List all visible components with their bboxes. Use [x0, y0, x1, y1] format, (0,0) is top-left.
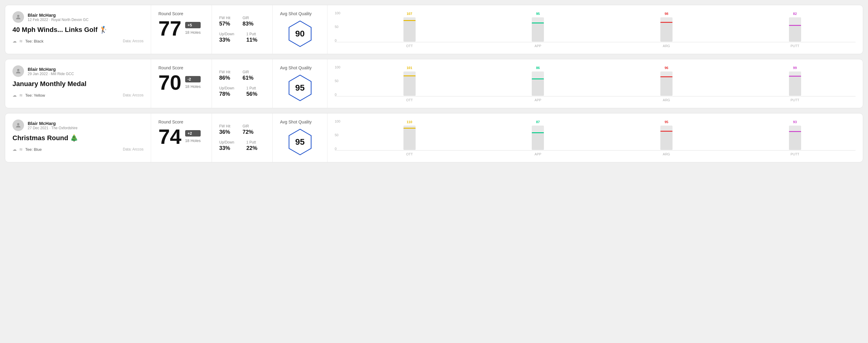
stats-row-top: FW Hit 86% GIR 61% — [219, 70, 265, 81]
oneputt-label: 1 Putt — [246, 140, 257, 145]
bar-group-ott: 107OTT — [349, 12, 470, 48]
updown-label: Up/Down — [219, 140, 234, 145]
bar-container — [660, 17, 673, 42]
bar-fill — [403, 128, 415, 150]
bar-fill — [789, 25, 801, 42]
user-name: Blair McHarg — [28, 121, 78, 126]
score-badge-wrap: -2 18 Holes — [185, 76, 201, 89]
updown-stat: Up/Down 33% — [219, 140, 234, 151]
round-card-1[interactable]: Blair McHarg 12 Feb 2022 · Royal North D… — [5, 5, 863, 54]
gir-label: GIR — [243, 16, 253, 20]
bar-x-label: APP — [534, 152, 541, 156]
chart-panel: 100500101OTT86APP96ARG99PUTT — [328, 59, 863, 108]
stats-row-top: FW Hit 36% GIR 72% — [219, 124, 265, 135]
round-card-3[interactable]: Blair McHarg 27 Dec 2021 · The Oxfordshi… — [5, 113, 863, 162]
score-panel: Round Score 74 +2 18 Holes — [151, 114, 212, 162]
gir-label: GIR — [243, 70, 253, 74]
updown-value: 33% — [219, 37, 234, 43]
y-axis-label: 50 — [335, 79, 340, 83]
oneputt-value: 11% — [246, 37, 257, 43]
y-axis-label: 100 — [335, 65, 340, 69]
bar-fill — [789, 76, 801, 96]
weather-icon: ☁ — [12, 147, 17, 152]
card-footer: ☁ ≋ Tee: Blue Data: Arccos — [12, 147, 144, 152]
bar-fill — [403, 75, 415, 96]
score-number: 70 — [158, 72, 182, 93]
bar-group-putt: 99PUTT — [734, 66, 856, 102]
updown-stat: Up/Down 78% — [219, 86, 234, 97]
bar-x-label: ARG — [663, 44, 670, 48]
score-holes: 18 Holes — [185, 30, 201, 35]
gir-value: 72% — [243, 129, 253, 135]
bar-top-label: 93 — [793, 120, 797, 124]
quality-label: Avg Shot Quality — [280, 120, 312, 124]
bar-top-label: 96 — [664, 66, 668, 70]
y-axis-label: 50 — [335, 133, 340, 137]
y-axis-label: 100 — [335, 11, 340, 15]
bar-top-label: 107 — [407, 12, 412, 15]
quality-panel: Avg Shot Quality 95 — [273, 114, 328, 162]
oneputt-stat: 1 Putt 22% — [246, 140, 257, 151]
bar-fill — [532, 23, 544, 42]
user-icon — [15, 68, 22, 74]
oneputt-value: 56% — [246, 91, 257, 97]
bar-group-arg: 95ARG — [606, 120, 727, 156]
bar-top-label: 87 — [536, 120, 540, 124]
stats-panel: FW Hit 86% GIR 61% Up/Down 78% 1 Putt 56… — [212, 59, 273, 108]
wind-icon: ≋ — [19, 93, 23, 98]
y-axis-label: 100 — [335, 120, 340, 123]
bar-fill — [403, 20, 415, 42]
bar-container — [789, 17, 801, 42]
bar-fill — [660, 22, 673, 42]
round-title: 40 Mph Winds... Links Golf 🏌️ — [12, 26, 144, 34]
stats-panel: FW Hit 36% GIR 72% Up/Down 33% 1 Putt 22… — [212, 114, 273, 162]
bar-x-label: APP — [534, 98, 541, 102]
bar-group-arg: 96ARG — [606, 66, 727, 102]
bar-x-label: PUTT — [790, 98, 799, 102]
user-meta: 29 Jan 2022 · Mill Ride GCC — [28, 72, 74, 76]
score-label: Round Score — [158, 65, 204, 70]
bar-container — [532, 126, 544, 150]
card-footer: ☁ ≋ Tee: Black Data: Arccos — [12, 39, 144, 43]
round-card-2[interactable]: Blair McHarg 29 Jan 2022 · Mill Ride GCC… — [5, 59, 863, 108]
bar-fill — [532, 132, 544, 150]
updown-stat: Up/Down 33% — [219, 32, 234, 43]
bar-top-label: 101 — [407, 66, 412, 70]
oneputt-stat: 1 Putt 11% — [246, 32, 257, 43]
updown-label: Up/Down — [219, 86, 234, 90]
oneputt-stat: 1 Putt 56% — [246, 86, 257, 97]
data-source: Data: Arccos — [123, 93, 144, 97]
bar-container — [532, 71, 544, 96]
gir-label: GIR — [243, 124, 253, 128]
gir-stat: GIR 72% — [243, 124, 253, 135]
weather-icon: ☁ — [12, 93, 17, 98]
data-source: Data: Arccos — [123, 39, 144, 43]
round-title: January Monthly Medal — [12, 80, 144, 88]
bar-x-label: APP — [534, 44, 541, 48]
gir-stat: GIR 61% — [243, 70, 253, 81]
user-meta: 27 Dec 2021 · The Oxfordshire — [28, 126, 78, 130]
score-main: 77 +5 18 Holes — [158, 18, 204, 39]
fw-hit-value: 57% — [219, 21, 230, 27]
chart-y-axis: 100500 — [335, 11, 340, 48]
oneputt-value: 22% — [246, 145, 257, 151]
tee-info: ☁ ≋ Tee: Yellow — [12, 93, 45, 98]
updown-value: 78% — [219, 91, 234, 97]
chart-area: 100500107OTT95APP98ARG82PUTT — [335, 11, 856, 48]
fw-hit-stat: FW Hit 86% — [219, 70, 230, 81]
bar-group-putt: 82PUTT — [734, 12, 856, 48]
hexagon-wrap: 90 — [280, 20, 320, 48]
avatar — [12, 65, 24, 77]
score-panel: Round Score 77 +5 18 Holes — [151, 5, 212, 54]
chart-panel: 100500107OTT95APP98ARG82PUTT — [328, 5, 863, 54]
user-icon — [15, 122, 22, 129]
fw-hit-label: FW Hit — [219, 124, 230, 128]
quality-score: 95 — [295, 83, 305, 93]
bar-group-ott: 110OTT — [349, 120, 470, 156]
gir-stat: GIR 83% — [243, 16, 253, 27]
score-main: 70 -2 18 Holes — [158, 72, 204, 93]
bar-group-arg: 98ARG — [606, 12, 727, 48]
bar-group-ott: 101OTT — [349, 66, 470, 102]
tee-label: Tee: Yellow — [25, 93, 45, 98]
bar-x-label: ARG — [663, 98, 670, 102]
